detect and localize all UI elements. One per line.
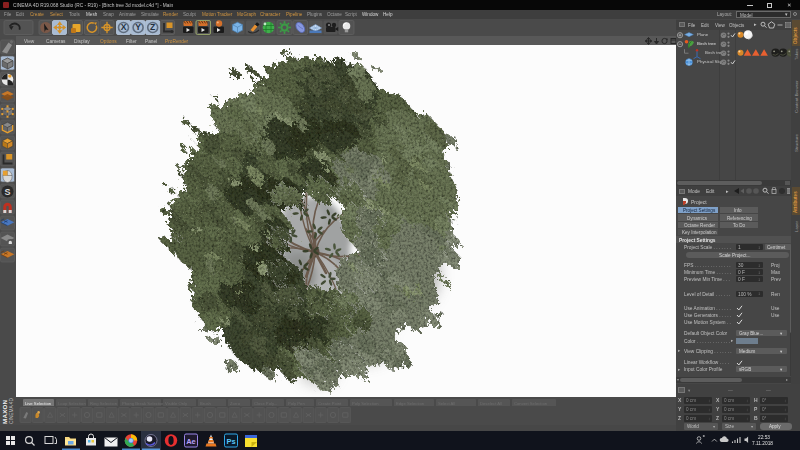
svg-text:S: S — [4, 187, 10, 197]
svg-text:Y: Y — [135, 22, 141, 32]
svg-text:Ps: Ps — [226, 437, 235, 446]
svg-text:Ae: Ae — [186, 437, 196, 446]
svg-text:Z: Z — [150, 22, 155, 32]
svg-text:X: X — [121, 22, 127, 32]
